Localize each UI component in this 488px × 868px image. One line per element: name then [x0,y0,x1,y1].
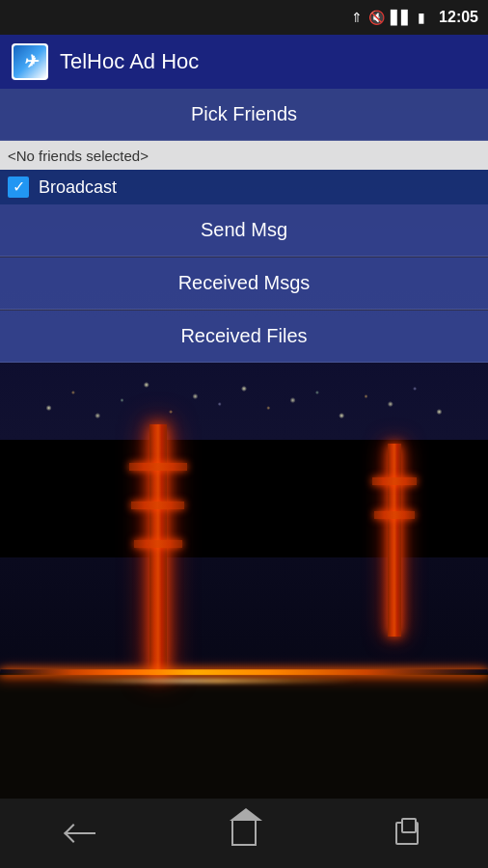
app-title: TelHoc Ad Hoc [60,49,199,74]
recents-icon [395,822,419,845]
recents-button[interactable] [378,812,436,854]
app-icon: ✈ [12,43,48,80]
bridge-road [0,669,488,675]
bridge-tower-right [388,444,401,637]
light-trail [48,679,357,683]
title-bar: ✈ TelHoc Ad Hoc [0,35,488,89]
city-lights [0,362,488,439]
crossbeam [134,540,182,548]
battery-icon: ▮ [418,10,425,25]
back-button[interactable] [52,812,110,854]
home-button[interactable] [215,812,273,854]
pick-friends-button[interactable]: Pick Friends [0,89,488,141]
status-bar: ⇑ 🔇 ▋▋ ▮ 12:05 [0,0,488,35]
bottom-nav [0,799,488,868]
status-time: 12:05 [439,9,478,26]
received-files-button[interactable]: Received Files [0,311,488,363]
app-icon-inner: ✈ [14,45,46,78]
app-icon-letter: ✈ [23,51,38,72]
signal-icon: ▋▋ [391,10,412,25]
friends-status-row: <No friends selected> [0,141,488,170]
friends-status-text: <No friends selected> [8,148,149,164]
bluetooth-icon: ⇑ [351,10,363,25]
bridge-tower-left [149,424,167,675]
home-icon [231,821,257,846]
send-msg-button[interactable]: Send Msg [0,204,488,257]
main-content: Pick Friends <No friends selected> ✓ Bro… [0,89,488,363]
crossbeam [129,463,187,471]
broadcast-label: Broadcast [39,177,117,198]
back-arrow-icon [67,823,95,844]
broadcast-checkbox[interactable]: ✓ [8,176,29,198]
broadcast-row[interactable]: ✓ Broadcast [0,170,488,204]
crossbeam [374,511,415,519]
home-icon-shape [231,821,257,846]
crossbeam [372,477,417,485]
received-msgs-button[interactable]: Received Msgs [0,258,488,310]
crossbeam [131,502,184,509]
checkmark-icon: ✓ [13,179,25,195]
mute-icon: 🔇 [368,10,385,25]
